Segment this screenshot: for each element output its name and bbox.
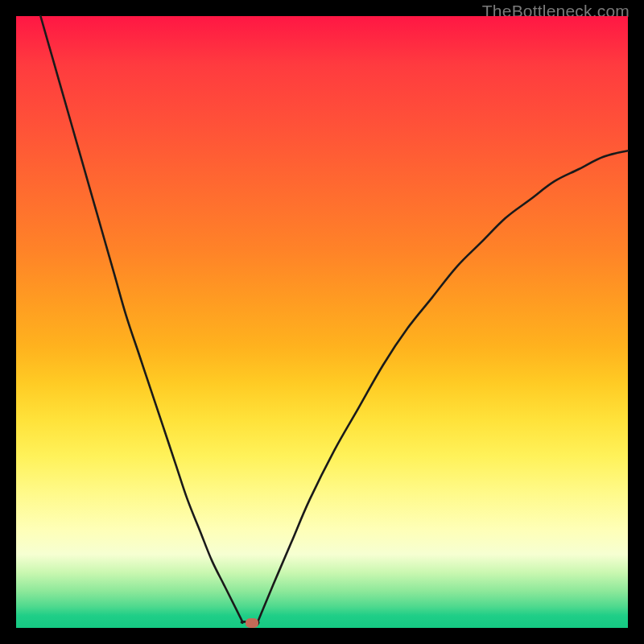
optimal-marker <box>246 618 258 628</box>
plot-area <box>16 16 628 628</box>
curve-path <box>40 16 628 625</box>
chart-frame: TheBottleneck.com <box>0 0 644 644</box>
bottleneck-curve <box>16 16 628 628</box>
